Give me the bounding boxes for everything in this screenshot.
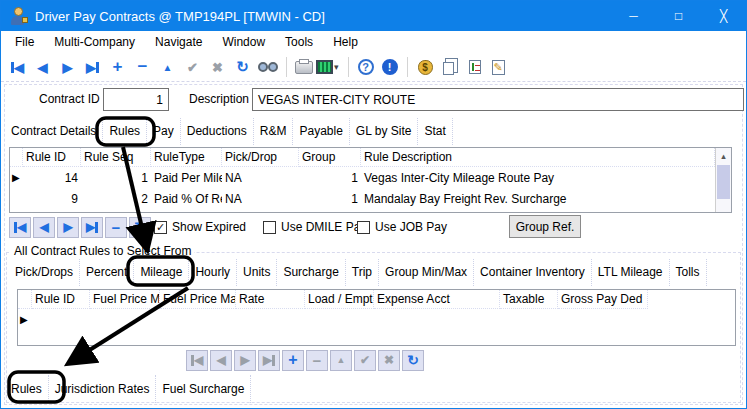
help-icon[interactable]: ?	[358, 59, 374, 75]
grid2-next-button[interactable]: ▶	[234, 350, 256, 371]
tab-percent[interactable]: Percent	[80, 259, 134, 286]
col-fuel-price-min[interactable]: Fuel Price Mi	[90, 290, 160, 309]
use-dmile-pay-checkbox[interactable]: Use DMILE Pay	[263, 216, 366, 238]
window-title: Driver Pay Contracts @ TMP194PL [TMWIN -…	[35, 9, 611, 24]
selector-column-header	[10, 148, 23, 167]
grid2-first-button[interactable]: ◀	[186, 350, 208, 371]
grid-prev-button[interactable]: ◀	[33, 217, 55, 238]
col-group[interactable]: Group	[299, 148, 361, 167]
col-rule-description[interactable]: Rule Description	[361, 148, 715, 167]
tab-rules[interactable]: Rules	[103, 118, 147, 145]
driver-pay-app-icon	[10, 6, 28, 26]
edit-notes-icon[interactable]: ✎	[492, 60, 505, 75]
tab-pay[interactable]: Pay	[147, 118, 181, 145]
grid-next-button[interactable]: ▶	[57, 217, 79, 238]
grid-last-button[interactable]: ▶	[81, 217, 103, 238]
close-button[interactable]: ╳	[701, 1, 746, 31]
grid-first-button[interactable]: ◀	[9, 217, 31, 238]
tab-units[interactable]: Units	[237, 259, 277, 286]
col-load-empty[interactable]: Load / Empt	[305, 290, 374, 309]
tab-container-inventory[interactable]: Container Inventory	[474, 259, 592, 286]
next-record-button[interactable]: ▶	[55, 56, 80, 78]
tab-stat[interactable]: Stat	[418, 118, 452, 145]
vertical-scrollbar[interactable]: ▴	[715, 148, 731, 212]
tab-fuel-surcharge[interactable]: Fuel Surcharge	[156, 375, 251, 403]
description-field[interactable]: VEGAS INTER-CITY ROUTE	[252, 88, 744, 111]
grid2-last-button[interactable]: ▶	[258, 350, 280, 371]
grid2-prev-button[interactable]: ◀	[210, 350, 232, 371]
show-expired-label: Show Expired	[172, 220, 246, 234]
use-job-pay-checkbox[interactable]: Use JOB Pay	[357, 216, 447, 238]
menu-window[interactable]: Window	[212, 33, 275, 51]
first-record-button[interactable]: ◀	[5, 56, 30, 78]
col-gross-pay-ded[interactable]: Gross Pay Ded	[558, 290, 648, 309]
accept-changes-button[interactable]: ✔	[180, 56, 205, 78]
col-rule-id[interactable]: Rule ID	[32, 290, 90, 309]
screen-monitor-icon[interactable]	[316, 60, 333, 74]
collapse-button[interactable]: ▲	[155, 56, 180, 78]
funds-moneybag-icon[interactable]: $	[418, 60, 433, 75]
col-expense-acct[interactable]: Expense Acct	[374, 290, 500, 309]
menu-tools[interactable]: Tools	[275, 33, 323, 51]
info-icon[interactable]: !	[382, 59, 398, 75]
cell-pick-drop: NA	[222, 188, 299, 209]
grid-delete-button[interactable]: −	[105, 217, 127, 238]
col-fuel-price-max[interactable]: Fuel Price Max	[160, 290, 236, 309]
grid2-delete-button[interactable]: −	[306, 350, 328, 371]
col-pick-drop[interactable]: Pick/Drop	[222, 148, 299, 167]
cancel-changes-button[interactable]: ✖	[205, 56, 230, 78]
next-record-icon: ▶	[63, 60, 73, 75]
tab-gl-by-site[interactable]: GL by Site	[350, 118, 419, 145]
menu-file[interactable]: File	[5, 33, 44, 51]
grid2-refresh-button[interactable]: ↻	[402, 350, 424, 371]
menu-multi-company[interactable]: Multi-Company	[44, 33, 145, 51]
tab-ltl-mileage[interactable]: LTL Mileage	[592, 259, 670, 286]
minimize-button[interactable]: ─	[611, 1, 656, 31]
menu-help[interactable]: Help	[323, 33, 368, 51]
grid2-add-button[interactable]: +	[282, 350, 304, 371]
table-row[interactable]: 9 2 Paid % Of Re NA 1 Mandalay Bay Freig…	[10, 188, 715, 209]
group-ref-button[interactable]: Group Ref.	[509, 215, 581, 238]
col-taxable[interactable]: Taxable	[500, 290, 558, 309]
copy-icon[interactable]	[443, 62, 454, 75]
table-row[interactable]: ▶ 14 1 Paid Per Mile NA 1 Vegas Inter-Ci…	[10, 167, 715, 188]
tab-trip[interactable]: Trip	[346, 259, 379, 286]
tab-surcharge[interactable]: Surcharge	[277, 259, 345, 286]
tab-rm[interactable]: R&M	[254, 118, 294, 145]
grid2-collapse-button[interactable]: ▲	[330, 350, 352, 371]
last-record-button[interactable]: ▶	[80, 56, 105, 78]
col-rate[interactable]: Rate	[236, 290, 305, 309]
tab-jurisdiction-rates[interactable]: Jurisdiction Rates	[49, 375, 157, 403]
grid2-accept-button[interactable]: ✔	[354, 350, 376, 371]
chevron-down-icon[interactable]: ▾	[334, 62, 339, 72]
grid-refresh-button[interactable]: ↻	[129, 217, 151, 238]
print-icon[interactable]	[295, 61, 313, 74]
col-rule-seq[interactable]: Rule Seq	[81, 148, 151, 167]
show-expired-checkbox[interactable]: ✓ Show Expired	[154, 216, 246, 238]
report-icon[interactable]	[469, 60, 481, 74]
scroll-up-icon[interactable]: ▴	[716, 148, 731, 163]
previous-record-button[interactable]: ◀	[30, 56, 55, 78]
menu-navigate[interactable]: Navigate	[145, 33, 212, 51]
add-record-button[interactable]: +	[105, 56, 130, 78]
contract-id-field[interactable]: 1	[103, 88, 169, 111]
tab-mileage[interactable]: Mileage	[134, 259, 189, 286]
table-row[interactable]: ▶	[18, 309, 735, 330]
tab-contract-details[interactable]: Contract Details	[5, 118, 103, 145]
grid2-cancel-button[interactable]: ✖	[378, 350, 400, 371]
tab-group-min-max[interactable]: Group Min/Max	[379, 259, 474, 286]
maximize-button[interactable]: □	[656, 1, 701, 31]
scrollbar-thumb[interactable]	[717, 165, 730, 199]
refresh-button[interactable]: ↻	[230, 56, 255, 78]
select-rules-group-title: All Contract Rules to Select From	[11, 244, 194, 258]
tab-deductions[interactable]: Deductions	[181, 118, 254, 145]
col-rule-id[interactable]: Rule ID	[23, 148, 81, 167]
tab-rules-bottom[interactable]: Rules	[5, 375, 49, 403]
tab-payable[interactable]: Payable	[293, 118, 349, 145]
tab-hourly[interactable]: Hourly	[189, 259, 237, 286]
delete-record-button[interactable]: −	[130, 56, 155, 78]
search-binoculars-icon[interactable]	[258, 61, 278, 74]
col-rule-type[interactable]: RuleType	[151, 148, 222, 167]
tab-pick-drops[interactable]: Pick/Drops	[9, 259, 80, 286]
tab-tolls[interactable]: Tolls	[670, 259, 707, 286]
